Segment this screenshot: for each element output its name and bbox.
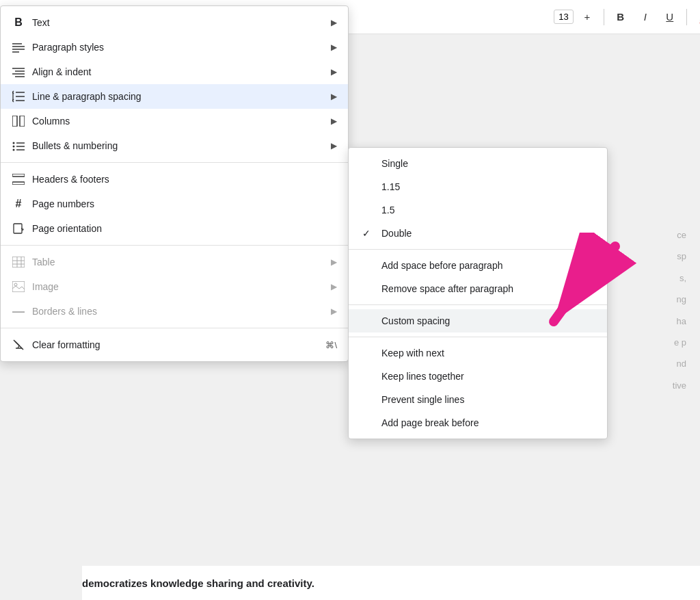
submenu-divider-3 — [349, 337, 607, 337]
svg-rect-21 — [12, 182, 25, 185]
font-size-input[interactable]: 13 — [554, 10, 573, 24]
table-icon — [12, 255, 25, 269]
columns-arrow-icon: ▶ — [331, 116, 337, 126]
submenu-double-label: Double — [381, 228, 412, 239]
submenu-item-remove-space-after[interactable]: Remove space after paragraph — [349, 277, 607, 300]
bg-text-line2: sp — [673, 246, 686, 267]
menu-borders-lines-label: Borders & lines — [32, 306, 324, 317]
menu-item-table: Table ▶ — [1, 250, 348, 274]
submenu-item-add-page-break[interactable]: Add page break before — [349, 411, 607, 434]
headers-footers-icon — [12, 172, 25, 186]
text-arrow-icon: ▶ — [331, 18, 337, 27]
svg-rect-22 — [14, 224, 22, 233]
svg-point-14 — [13, 142, 15, 144]
bg-text-line1: ce — [673, 224, 686, 246]
menu-item-align-indent[interactable]: Align & indent ▶ — [1, 60, 348, 84]
submenu-item-prevent-single-lines[interactable]: Prevent single lines — [349, 388, 607, 411]
submenu-keep-with-next-label: Keep with next — [381, 348, 444, 358]
menu-table-label: Table — [32, 257, 324, 268]
submenu-add-page-break-label: Add page break before — [381, 417, 479, 428]
menu-item-page-orientation[interactable]: Page orientation — [1, 216, 348, 241]
submenu-item-add-space-before[interactable]: Add space before paragraph — [349, 254, 607, 277]
format-dropdown: B Text ▶ Paragraph styles ▶ Align & inde — [0, 5, 349, 362]
submenu-divider-1 — [349, 249, 607, 250]
submenu-item-custom-spacing[interactable]: Custom spacing — [349, 309, 607, 332]
submenu-1-5-label: 1.5 — [381, 205, 394, 216]
menu-headers-footers-label: Headers & footers — [32, 174, 337, 185]
bg-text-line6: e p — [673, 332, 686, 353]
menu-bullets-label: Bullets & numbering — [32, 140, 324, 151]
menu-item-page-numbers[interactable]: # Page numbers — [1, 192, 348, 216]
menu-item-borders-lines: — Borders & lines ▶ — [1, 299, 348, 324]
toolbar-separator-1 — [604, 9, 604, 25]
menu-divider-3 — [1, 328, 348, 328]
table-arrow-icon: ▶ — [331, 257, 337, 267]
background-doc-text: ce sp s, ng ha e p nd tive — [659, 219, 700, 402]
menu-page-numbers-label: Page numbers — [32, 198, 337, 209]
menu-item-line-spacing[interactable]: Line & paragraph spacing ▶ — [1, 84, 348, 109]
italic-button[interactable]: I — [634, 6, 656, 28]
menu-divider-1 — [1, 162, 348, 163]
bg-text-line4: ng — [673, 289, 686, 310]
page-numbers-icon: # — [12, 197, 25, 211]
menu-item-image: Image ▶ — [1, 274, 348, 299]
align-indent-icon — [12, 65, 25, 79]
image-icon — [12, 280, 25, 294]
line-spacing-icon — [12, 90, 25, 103]
bg-text-line5: ha — [673, 311, 686, 332]
submenu-item-1-15[interactable]: 1.15 — [349, 175, 607, 198]
paragraph-styles-arrow-icon: ▶ — [331, 42, 337, 52]
underline-button[interactable]: U — [659, 6, 681, 28]
submenu-item-double[interactable]: ✓ Double — [349, 222, 607, 245]
text-bold-icon: B — [12, 16, 25, 29]
menu-line-spacing-label: Line & paragraph spacing — [32, 91, 324, 102]
submenu-keep-lines-together-label: Keep lines together — [381, 371, 464, 382]
menu-text-label: Text — [32, 17, 324, 28]
borders-arrow-icon: ▶ — [331, 306, 337, 316]
submenu-item-1-5[interactable]: 1.5 — [349, 198, 607, 222]
svg-point-18 — [13, 149, 15, 151]
toolbar-separator-2 — [686, 9, 687, 25]
submenu-divider-2 — [349, 304, 607, 305]
menu-clear-formatting-label: Clear formatting — [32, 339, 319, 350]
font-color-button[interactable]: A — [692, 6, 700, 28]
menu-page-orientation-label: Page orientation — [32, 223, 337, 234]
clear-formatting-shortcut: ⌘\ — [325, 340, 337, 350]
svg-rect-12 — [12, 116, 17, 127]
double-check: ✓ — [362, 228, 375, 239]
add-font-size-button[interactable]: + — [576, 6, 598, 28]
line-spacing-submenu: Single 1.15 1.5 ✓ Double Add space befor… — [348, 147, 608, 439]
menu-item-paragraph-styles[interactable]: Paragraph styles ▶ — [1, 35, 348, 60]
bg-text-line7: nd — [673, 353, 686, 374]
menu-item-columns[interactable]: Columns ▶ — [1, 109, 348, 133]
bold-button[interactable]: B — [610, 6, 632, 28]
svg-point-16 — [13, 146, 15, 148]
columns-icon — [12, 114, 25, 128]
menu-item-bullets[interactable]: Bullets & numbering ▶ — [1, 133, 348, 158]
menu-image-label: Image — [32, 281, 324, 292]
menu-columns-label: Columns — [32, 116, 324, 127]
bullets-icon — [12, 139, 25, 153]
menu-item-text[interactable]: B Text ▶ — [1, 10, 348, 35]
submenu-item-keep-with-next[interactable]: Keep with next — [349, 341, 607, 365]
menu-divider-2 — [1, 245, 348, 246]
bullets-arrow-icon: ▶ — [331, 141, 337, 151]
line-spacing-arrow-icon: ▶ — [331, 92, 337, 101]
bottom-doc-text: democratizes knowledge sharing and creat… — [82, 566, 700, 600]
paragraph-styles-icon — [12, 40, 25, 54]
borders-lines-icon: — — [12, 304, 25, 318]
menu-item-headers-footers[interactable]: Headers & footers — [1, 167, 348, 192]
font-size-value: 13 — [558, 12, 568, 22]
bg-text-line3: s, — [673, 268, 686, 289]
svg-rect-20 — [12, 174, 25, 177]
menu-item-clear-formatting[interactable]: Clear formatting ⌘\ — [1, 332, 348, 357]
submenu-item-single[interactable]: Single — [349, 152, 607, 175]
clear-formatting-icon — [12, 338, 25, 352]
submenu-1-15-label: 1.15 — [381, 181, 400, 192]
submenu-single-label: Single — [381, 158, 408, 169]
svg-rect-13 — [20, 116, 25, 127]
submenu-prevent-single-lines-label: Prevent single lines — [381, 394, 464, 405]
submenu-remove-space-after-label: Remove space after paragraph — [381, 283, 513, 294]
submenu-add-space-before-label: Add space before paragraph — [381, 260, 502, 271]
submenu-item-keep-lines-together[interactable]: Keep lines together — [349, 365, 607, 388]
